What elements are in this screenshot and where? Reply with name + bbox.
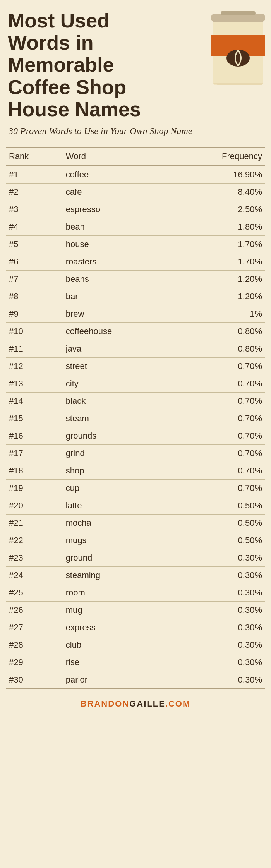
cell-frequency: 0.70% — [172, 462, 265, 480]
table-row: #30parlor0.30% — [6, 671, 265, 689]
cell-rank: #5 — [6, 236, 58, 253]
cell-rank: #25 — [6, 584, 58, 602]
brand-dark: GAILLE — [129, 699, 165, 708]
cell-word: city — [58, 375, 172, 393]
cell-rank: #19 — [6, 480, 58, 497]
cell-rank: #22 — [6, 532, 58, 549]
cell-rank: #28 — [6, 636, 58, 654]
cell-frequency: 1.20% — [172, 288, 265, 305]
table-row: #13city0.70% — [6, 375, 265, 393]
cell-frequency: 0.70% — [172, 358, 265, 375]
brand-orange: BRANDON — [81, 699, 129, 708]
cell-word: club — [58, 636, 172, 654]
table-container: Rank Word Frequency #1coffee16.90%#2cafe… — [0, 143, 271, 693]
cell-frequency: 1.70% — [172, 253, 265, 271]
cell-frequency: 0.30% — [172, 584, 265, 602]
cell-word: beans — [58, 271, 172, 288]
cell-frequency: 1.80% — [172, 218, 265, 236]
table-row: #8bar1.20% — [6, 288, 265, 305]
table-row: #6roasters1.70% — [6, 253, 265, 271]
words-table: Rank Word Frequency #1coffee16.90%#2cafe… — [6, 147, 265, 689]
cell-frequency: 0.50% — [172, 515, 265, 532]
cell-rank: #11 — [6, 340, 58, 358]
cell-rank: #9 — [6, 305, 58, 323]
table-row: #16grounds0.70% — [6, 427, 265, 445]
cell-word: coffeehouse — [58, 323, 172, 340]
table-row: #12street0.70% — [6, 358, 265, 375]
table-row: #26mug0.30% — [6, 602, 265, 619]
cell-rank: #29 — [6, 654, 58, 671]
cell-frequency: 0.50% — [172, 497, 265, 515]
table-row: #2cafe8.40% — [6, 184, 265, 201]
cell-frequency: 0.30% — [172, 671, 265, 689]
cell-word: street — [58, 358, 172, 375]
table-row: #24steaming0.30% — [6, 567, 265, 584]
cell-frequency: 0.70% — [172, 375, 265, 393]
cell-frequency: 0.30% — [172, 636, 265, 654]
cell-word: mocha — [58, 515, 172, 532]
cell-frequency: 1.70% — [172, 236, 265, 253]
cell-frequency: 0.80% — [172, 323, 265, 340]
svg-marker-5 — [213, 83, 263, 85]
table-row: #20latte0.50% — [6, 497, 265, 515]
table-row: #21mocha0.50% — [6, 515, 265, 532]
cell-word: brew — [58, 305, 172, 323]
cell-word: bean — [58, 218, 172, 236]
cell-word: roasters — [58, 253, 172, 271]
cell-word: grind — [58, 445, 172, 462]
table-row: #5house1.70% — [6, 236, 265, 253]
coffee-cup-decoration — [190, 0, 271, 89]
cell-rank: #23 — [6, 549, 58, 567]
cell-word: grounds — [58, 427, 172, 445]
cell-rank: #17 — [6, 445, 58, 462]
cell-rank: #10 — [6, 323, 58, 340]
footer: BRANDONGAILLE.COM — [0, 693, 271, 715]
cell-word: shop — [58, 462, 172, 480]
cell-rank: #3 — [6, 201, 58, 218]
cell-word: steam — [58, 410, 172, 427]
cell-rank: #6 — [6, 253, 58, 271]
cell-frequency: 8.40% — [172, 184, 265, 201]
cell-rank: #30 — [6, 671, 58, 689]
cell-word: ground — [58, 549, 172, 567]
table-row: #1coffee16.90% — [6, 166, 265, 184]
cell-word: steaming — [58, 567, 172, 584]
table-row: #17grind0.70% — [6, 445, 265, 462]
cell-word: room — [58, 584, 172, 602]
cell-word: latte — [58, 497, 172, 515]
cell-word: java — [58, 340, 172, 358]
cell-word: parlor — [58, 671, 172, 689]
cell-rank: #1 — [6, 166, 58, 184]
cell-frequency: 0.30% — [172, 602, 265, 619]
cell-frequency: 0.80% — [172, 340, 265, 358]
cell-rank: #26 — [6, 602, 58, 619]
cell-word: mug — [58, 602, 172, 619]
cell-frequency: 0.30% — [172, 567, 265, 584]
brand-domain: .COM — [165, 699, 190, 708]
cell-rank: #4 — [6, 218, 58, 236]
table-row: #27express0.30% — [6, 619, 265, 636]
cell-frequency: 1.20% — [172, 271, 265, 288]
main-title: Most Used Words in Memorable Coffee Shop… — [8, 8, 170, 120]
col-word: Word — [58, 147, 172, 166]
col-rank: Rank — [6, 147, 58, 166]
table-header-row: Rank Word Frequency — [6, 147, 265, 166]
cell-frequency: 0.30% — [172, 654, 265, 671]
table-row: #3espresso2.50% — [6, 201, 265, 218]
cell-rank: #12 — [6, 358, 58, 375]
table-row: #28club0.30% — [6, 636, 265, 654]
table-row: #19cup0.70% — [6, 480, 265, 497]
table-row: #7beans1.20% — [6, 271, 265, 288]
cell-word: cafe — [58, 184, 172, 201]
cell-frequency: 0.70% — [172, 445, 265, 462]
header-section: Most Used Words in Memorable Coffee Shop… — [0, 0, 271, 143]
cell-rank: #21 — [6, 515, 58, 532]
cell-word: cup — [58, 480, 172, 497]
cell-word: express — [58, 619, 172, 636]
cell-rank: #16 — [6, 427, 58, 445]
cell-rank: #14 — [6, 393, 58, 410]
cell-word: bar — [58, 288, 172, 305]
cell-word: mugs — [58, 532, 172, 549]
cell-rank: #13 — [6, 375, 58, 393]
cell-frequency: 16.90% — [172, 166, 265, 184]
